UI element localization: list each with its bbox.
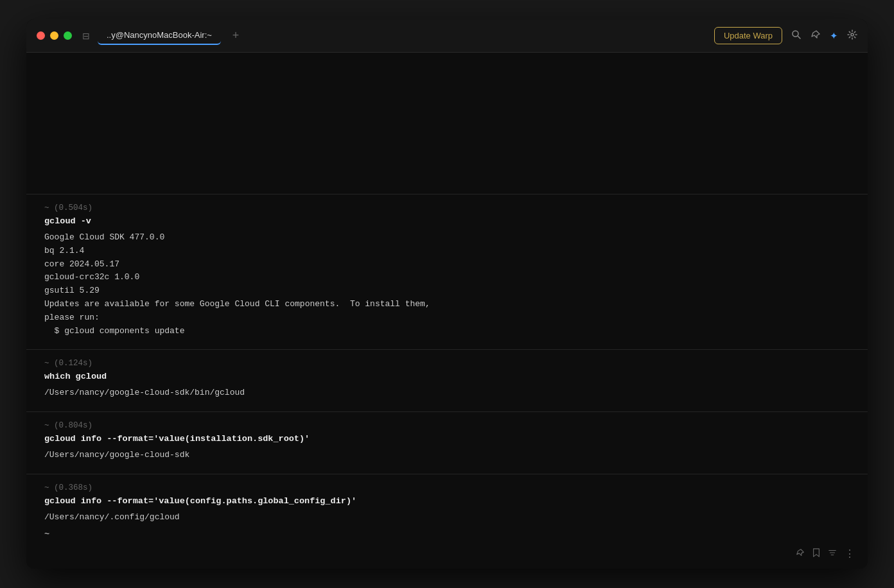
maximize-button[interactable] xyxy=(64,31,72,40)
output-3: /Users/nancy/google-cloud-sdk xyxy=(44,449,850,462)
search-icon[interactable] xyxy=(791,30,802,42)
close-button[interactable] xyxy=(37,31,45,40)
active-tab[interactable]: ..y@NancynoMacBook-Air:~ xyxy=(98,26,221,45)
update-warp-button[interactable]: Update Warp xyxy=(714,27,782,44)
block-actions: ⋮ xyxy=(796,548,855,560)
output-4: /Users/nancy/.config/gcloud xyxy=(44,511,850,524)
command-3: gcloud info --format='value(installation… xyxy=(44,434,850,444)
titlebar: ⊟ ..y@NancynoMacBook-Air:~ + Update Warp… xyxy=(26,19,868,53)
settings-icon[interactable] xyxy=(847,30,857,42)
block-pin-icon[interactable] xyxy=(796,548,805,559)
command-block-3: ~ (0.804s) gcloud info --format='value(i… xyxy=(26,411,868,474)
svg-point-2 xyxy=(851,33,854,36)
svg-line-1 xyxy=(798,36,801,39)
pin-icon[interactable] xyxy=(811,30,821,42)
command-2: which gcloud xyxy=(44,372,850,381)
timestamp-4: ~ (0.368s) xyxy=(44,483,850,492)
svg-point-0 xyxy=(793,31,798,37)
empty-space xyxy=(26,53,868,194)
minimize-button[interactable] xyxy=(50,31,58,40)
timestamp-2: ~ (0.124s) xyxy=(44,359,850,368)
terminal-body: ~ (0.504s) gcloud -v Google Cloud SDK 47… xyxy=(26,53,868,569)
block-bookmark-icon[interactable] xyxy=(812,548,820,559)
command-4: gcloud info --format='value(config.paths… xyxy=(44,496,850,506)
ai-icon[interactable]: ✦ xyxy=(830,30,838,42)
command-block-1: ~ (0.504s) gcloud -v Google Cloud SDK 47… xyxy=(26,194,868,349)
prompt-line: ~ xyxy=(44,530,850,539)
terminal-window: ⊟ ..y@NancynoMacBook-Air:~ + Update Warp… xyxy=(26,19,868,569)
output-1: Google Cloud SDK 477.0.0 bq 2.1.4 core 2… xyxy=(44,231,850,338)
traffic-lights xyxy=(37,31,72,40)
block-more-icon[interactable]: ⋮ xyxy=(845,548,855,560)
tab-title: ..y@NancynoMacBook-Air:~ xyxy=(107,30,212,40)
output-2: /Users/nancy/google-cloud-sdk/bin/gcloud xyxy=(44,386,850,400)
command-block-4: ~ (0.368s) gcloud info --format='value(c… xyxy=(26,474,868,569)
titlebar-actions: Update Warp ✦ xyxy=(714,27,857,44)
command-block-2: ~ (0.124s) which gcloud /Users/nancy/goo… xyxy=(26,349,868,411)
timestamp-3: ~ (0.804s) xyxy=(44,421,850,430)
block-filter-icon[interactable] xyxy=(828,548,837,559)
sidebar-icon[interactable]: ⊟ xyxy=(82,31,90,41)
add-tab-button[interactable]: + xyxy=(227,26,245,45)
tab-bar: ⊟ ..y@NancynoMacBook-Air:~ + xyxy=(82,26,714,45)
timestamp-1: ~ (0.504s) xyxy=(44,203,850,212)
command-1: gcloud -v xyxy=(44,216,850,226)
